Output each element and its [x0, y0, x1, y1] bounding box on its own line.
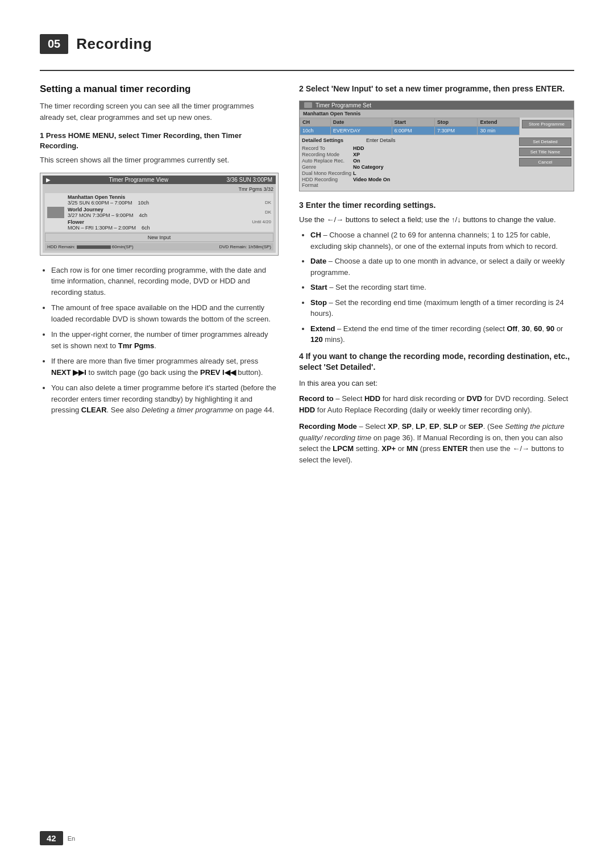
entry1-detail: 3/25 SUN 6:00PM – 7:00PM 10ch: [68, 200, 248, 206]
hdd-bar: [77, 245, 111, 249]
cell-date: EVERYDAY: [330, 126, 392, 135]
screen1-title-bar: ▶ Timer Programme View 3/36 SUN 3:00PM: [43, 176, 276, 184]
detail-genre: Genre No Category: [302, 164, 515, 170]
entry1-title: Manhattan Open Tennis: [68, 194, 248, 200]
page-lang: En: [68, 835, 75, 842]
s3-bullet-stop: Stop – Set the recording end time (maxim…: [310, 297, 574, 319]
col-ch: CH: [300, 118, 331, 126]
detail-recording-mode: Recording Mode XP: [302, 152, 515, 157]
s3-bullet-extend: Extend – Extend the end time of the time…: [310, 323, 574, 345]
col-date: Date: [330, 118, 392, 126]
screen2-details: Detailed Settings Enter Details Record T…: [300, 135, 517, 191]
detail-dual-mono: Dual Mono Recording L: [302, 170, 515, 176]
bullet-5: You can also delete a timer programme be…: [51, 382, 279, 416]
enter-details-label: Enter Details: [366, 137, 396, 143]
bullet-1: Each row is for one timer recording prog…: [51, 265, 279, 298]
screen2-upper: CH Date Start Stop Extend 10ch: [300, 118, 574, 135]
entry-statuses: DK DK Until 4/20: [252, 200, 271, 224]
screen1-mockup: ▶ Timer Programme View 3/36 SUN 3:00PM T…: [40, 173, 279, 256]
screen1-footer: HDD Remain: 60min(SP) DVD Remain: 1h58m(…: [45, 243, 273, 251]
screen1-body: Tmr Pgms 3/32 Manhattan Open Tennis 3/25…: [43, 184, 276, 253]
page-number: 42: [40, 831, 63, 845]
set-detailed-btn[interactable]: Set Detailed: [519, 137, 571, 146]
hdd-remain: HDD Remain: 60min(SP): [47, 244, 134, 249]
chapter-title: Recording: [76, 35, 152, 53]
screen2-icon: [304, 102, 312, 108]
screen2-right-btns-top: Store Programme: [520, 118, 574, 135]
tps-header-row: CH Date Start Stop Extend: [300, 118, 520, 126]
tmr-pgms-label: Tmr Pgms 3/32: [45, 186, 273, 192]
chapter-rule: [40, 70, 574, 71]
entry1-thumb: [47, 207, 64, 218]
set-title-name-btn[interactable]: Set Title Name: [519, 148, 571, 156]
bullet-4: If there are more than five timer progra…: [51, 356, 279, 378]
step3-heading: 3 Enter the timer recording settings.: [299, 201, 574, 210]
detail-hdd-format: HDD Recording Format Video Mode On: [302, 177, 515, 188]
screen2-mockup: Timer Programme Set Manhattan Open Tenni…: [299, 101, 574, 191]
screen1-icon: ▶: [46, 177, 51, 183]
bullet-2: The amount of free space available on th…: [51, 302, 279, 324]
entry3-title: Flower: [68, 219, 248, 225]
detail-headers: Detailed Settings Enter Details: [302, 137, 515, 143]
tps-data-row: 10ch EVERYDAY 6:00PM 7:30PM 30 min: [300, 126, 520, 135]
col-extend: Extend: [478, 118, 520, 126]
page-footer: 42 En: [40, 831, 75, 845]
cell-ch: 10ch: [300, 126, 331, 135]
left-column: Setting a manual timer recording The tim…: [40, 84, 279, 471]
col-start: Start: [392, 118, 434, 126]
para-recording-mode: Recording Mode – Select XP, SP, LP, EP, …: [299, 421, 574, 465]
chapter-header: 05 Recording: [40, 34, 574, 54]
bullet-3: In the upper-right corner, the number of…: [51, 329, 279, 351]
step4-intro: In this area you can set:: [299, 378, 574, 389]
new-input-button[interactable]: New Input: [45, 233, 273, 242]
step3-bullets: CH – Choose a channel (2 to 69 for anten…: [310, 229, 574, 345]
detailed-settings-label: Detailed Settings: [302, 137, 343, 143]
right-column: 2 Select 'New Input' to set a new timer …: [299, 84, 574, 471]
step1-body: This screen shows all the timer programm…: [40, 155, 279, 166]
screen1-title: Timer Programme View: [109, 177, 168, 183]
store-programme-btn[interactable]: Store Programme: [522, 120, 571, 128]
manhattan-title: Manhattan Open Tennis: [300, 110, 574, 118]
cell-stop: 7:30PM: [434, 126, 477, 135]
screen-entry-1: Manhattan Open Tennis 3/25 SUN 6:00PM – …: [45, 193, 273, 232]
screen2-table-area: CH Date Start Stop Extend 10ch: [300, 118, 520, 135]
entry2-detail: 3/27 MON 7:30PM – 9:00PM 4ch: [68, 212, 248, 218]
s3-bullet-date: Date – Choose a date up to one month in …: [310, 256, 574, 278]
step3-intro: Use the ←/→ buttons to select a field; u…: [299, 214, 574, 226]
screen1-date: 3/36 SUN 3:00PM: [226, 177, 272, 183]
cell-start: 6:00PM: [392, 126, 434, 135]
two-col-layout: Setting a manual timer recording The tim…: [40, 84, 574, 471]
screen2-lower: Detailed Settings Enter Details Record T…: [300, 135, 574, 191]
page: 05 Recording Setting a manual timer reco…: [0, 0, 614, 868]
screen2-right-btns-bottom: Set Detailed Set Title Name Cancel: [517, 135, 574, 191]
screen2-title-bar: Timer Programme Set: [300, 101, 574, 110]
screen2-title: Timer Programme Set: [316, 102, 371, 108]
intro-text: The timer recording screen you can see a…: [40, 101, 279, 123]
s3-bullet-ch: CH – Choose a channel (2 to 69 for anten…: [310, 229, 574, 252]
col-stop: Stop: [434, 118, 477, 126]
dvd-remain: DVD Remain: 1h58m(SP): [219, 244, 271, 249]
section-heading: Setting a manual timer recording: [40, 84, 279, 95]
bullet-list: Each row is for one timer recording prog…: [51, 265, 279, 416]
s3-bullet-start: Start – Set the recording start time.: [310, 282, 574, 293]
chapter-number: 05: [40, 34, 68, 54]
cell-extend: 30 min: [478, 126, 520, 135]
para-record-to: Record to – Select HDD for hard disk rec…: [299, 393, 574, 415]
entry1-info: Manhattan Open Tennis 3/25 SUN 6:00PM – …: [68, 194, 248, 231]
tps-table: CH Date Start Stop Extend 10ch: [300, 118, 520, 135]
entry3-detail: MON – FRI 1:30PM – 2:00PM 6ch: [68, 225, 248, 231]
step1-heading: 1 Press HOME MENU, select Timer Recordin…: [40, 131, 279, 151]
detail-auto-replace: Auto Replace Rec. On: [302, 158, 515, 164]
step4-heading: 4 If you want to change the recording mo…: [299, 351, 574, 373]
step2-heading: 2 Select 'New Input' to set a new timer …: [299, 84, 574, 95]
entry2-title: World Journey: [68, 207, 248, 212]
cancel-btn[interactable]: Cancel: [519, 158, 571, 166]
detail-record-to: Record To HDD: [302, 145, 515, 151]
